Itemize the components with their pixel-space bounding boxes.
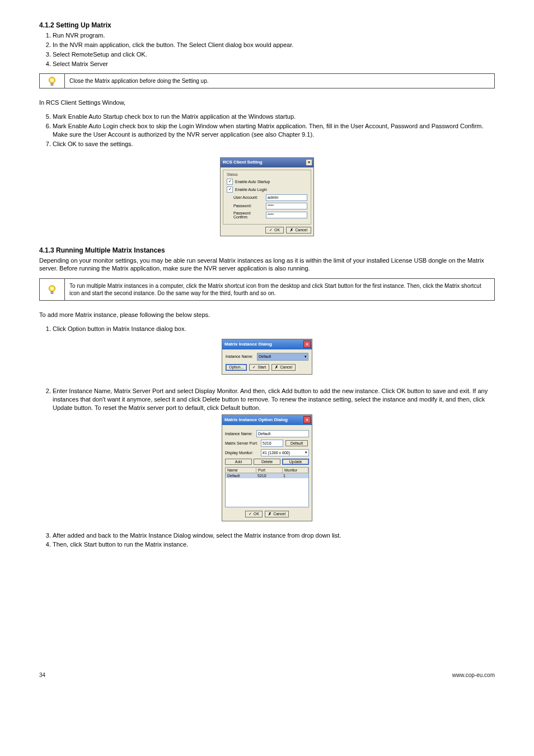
ok-button[interactable]: ✓OK [245,511,263,517]
cancel-button[interactable]: ✗Cancel [286,227,311,234]
instance-name-select[interactable]: Default ▾ [257,353,308,361]
cancel-button[interactable]: ✗Cancel [271,364,296,371]
checkbox-auto-startup[interactable]: ✓ [227,179,233,185]
dlg2-buttons: Option... ✓Start ✗Cancel [226,364,308,371]
cancel-button[interactable]: ✗Cancel [265,511,289,517]
step-2: In the NVR main application, click the b… [53,41,495,49]
cancel-label: Cancel [295,228,307,232]
check-icon: ✓ [249,512,252,516]
svg-point-2 [50,78,54,82]
opt-name-row: Instance Name: [225,430,309,437]
password-field[interactable] [266,203,307,209]
opt-monitor-value: #1 (1280 x 800) [263,451,290,455]
user-account-field[interactable] [266,194,307,201]
chk-auto-startup-label: Enable Auto Startup [235,180,270,184]
ok-button[interactable]: ✓OK [265,227,284,234]
instance-name-value: Default [259,354,271,358]
check-icon: ✓ [269,228,273,232]
dlg2-body: Instance Name: Default ▾ Option... ✓Star… [222,349,312,374]
chevron-down-icon: ▾ [305,354,307,359]
start-button[interactable]: ✓Start [249,364,269,371]
password-confirm-label: Password Confirm: [233,211,266,219]
default-port-button[interactable]: Default [285,440,308,446]
checkbox-auto-login[interactable]: ✓ [227,186,233,193]
chevron-down-icon: ▾ [305,450,307,455]
instance-step-2: Enter Instance Name, Matrix Server Port … [53,387,495,412]
opt-monitor-row: Display Monitor: #1 (1280 x 800) ▾ [225,449,309,456]
update-button[interactable]: Update [282,459,309,465]
dlg3-titlebar: Matrix Instance Option Dialog × [222,415,312,425]
rcs-client-setting-dialog: RCS Client Setting × Status ✓ Enable Aut… [220,157,314,236]
th-name: Name [226,468,256,473]
user-account-row: User Account: [233,194,307,201]
close-icon[interactable]: × [303,340,311,348]
tip-callout-2: To run multiple Matrix instances in a co… [39,278,495,301]
chk-auto-login-row: ✓ Enable Auto Login [227,186,307,193]
step-4: Select Matrix Server [53,60,495,68]
bulb-icon [39,278,65,301]
instance-steps-a: Click Option button in Matrix Instance d… [39,325,495,333]
cancel-label: Cancel [273,512,285,516]
instance-table: Name Port Monitor Default 5210 1 [225,467,309,507]
instance-step-3: After added and back to the Matrix Insta… [53,531,495,540]
table-row[interactable]: Default 5210 1 [226,473,308,478]
tip-text-2: To run multiple Matrix instances in a co… [65,278,495,301]
tip-text-1: Close the Matrix application before doin… [65,73,495,88]
option-button[interactable]: Option... [226,364,247,371]
th-port: Port [256,468,283,473]
opt-name-field[interactable] [256,430,309,437]
svg-point-5 [50,287,54,291]
close-icon[interactable]: × [303,416,311,423]
step-1: Run NVR program. [53,31,495,40]
opt-name-label: Instance Name: [225,432,254,436]
dlg1-title-text: RCS Client Setting [223,160,263,165]
instance-name-label: Instance Name: [226,354,257,358]
dlg3-adu-buttons: Add Delete Update [225,459,309,465]
user-account-label: User Account: [233,195,266,199]
x-icon: ✗ [268,512,271,516]
instance-step-4: Then, click Start button to run the Matr… [53,540,495,549]
opt-port-label: Matrix Server Port: [225,441,259,445]
opt-port-row: Matrix Server Port: Default [225,440,309,447]
dlg1-buttons: ✓OK ✗Cancel [223,227,311,234]
ok-label: OK [254,512,259,516]
after-tip-intro: In RCS Client Settings Window, [39,99,495,107]
matrix-instance-option-dialog: Matrix Instance Option Dialog × Instance… [222,414,312,521]
footer-url: www.cop-eu.com [452,672,495,678]
start-label: Start [257,365,266,369]
th-monitor: Monitor [283,468,308,473]
dlg3-okcancel: ✓OK ✗Cancel [225,511,309,517]
bulb-icon [39,73,65,88]
password-confirm-field[interactable] [266,212,307,218]
dlg3-title-text: Matrix Instance Option Dialog [224,417,288,422]
x-icon: ✗ [275,365,278,370]
opt-port-field[interactable] [261,440,283,447]
close-icon[interactable]: × [306,159,312,166]
matrix-instance-dialog: Matrix Instance Dialog × Instance Name: … [222,339,312,375]
password-confirm-row: Password Confirm: [233,211,307,219]
step-3: Select RemoteSetup and click OK. [53,50,495,59]
status-group-legend: Status [227,172,307,176]
x-icon: ✗ [290,228,293,232]
setup-steps-list: Run NVR program. In the NVR main applica… [39,31,495,68]
dlg3-body: Instance Name: Matrix Server Port: Defau… [222,425,312,521]
steps2-intro: To add more Matrix instance, please foll… [39,311,495,319]
heading-multiple-instances: 4.1.3 Running Multiple Matrix Instances [39,246,495,254]
td-port: 5210 [256,473,282,478]
svg-rect-4 [51,292,53,294]
instance-name-row: Instance Name: Default ▾ [226,353,308,361]
dlg1-titlebar: RCS Client Setting × [221,158,313,167]
add-button[interactable]: Add [225,459,252,465]
instance-step-1: Click Option button in Matrix Instance d… [53,325,495,333]
heading-setup-matrix: 4.1.2 Setting Up Matrix [39,21,495,29]
page-number: 34 [39,672,45,678]
opt-monitor-select[interactable]: #1 (1280 x 800) ▾ [261,449,309,456]
settings-step-7: Click OK to save the settings. [53,140,495,148]
tip-callout-1: Close the Matrix application before doin… [39,73,495,88]
td-name: Default [226,473,256,478]
ok-label: OK [274,228,280,232]
delete-button[interactable]: Delete [254,459,280,465]
cancel-label: Cancel [280,365,292,369]
settings-step-6: Mark Enable Auto Login check box to skip… [53,122,495,139]
password-row: Password: [233,203,307,209]
